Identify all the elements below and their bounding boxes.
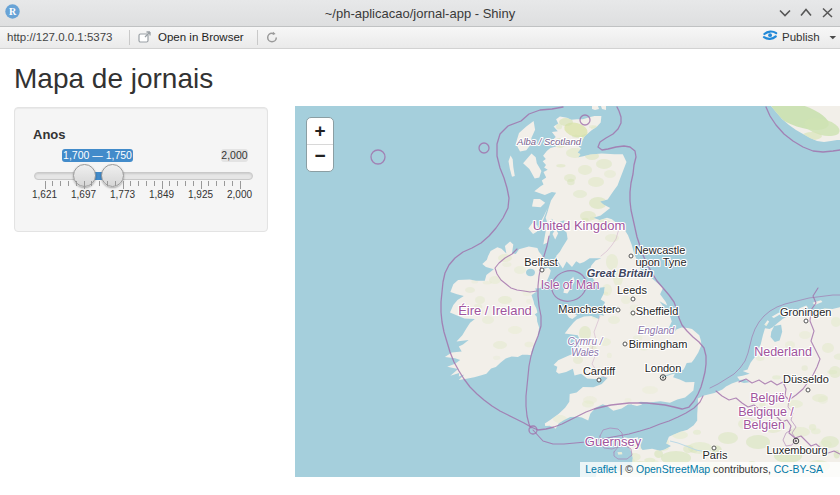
svg-text:Newcastle: Newcastle	[635, 244, 686, 256]
svg-text:Groningen: Groningen	[780, 306, 831, 318]
svg-text:Sheffield: Sheffield	[636, 305, 679, 317]
svg-text:Guernsey: Guernsey	[585, 434, 642, 449]
svg-text:Belfast: Belfast	[524, 256, 558, 268]
svg-text:Cardiff: Cardiff	[583, 365, 616, 377]
svg-text:Great Britain: Great Britain	[587, 267, 654, 279]
svg-text:België /: België /	[750, 391, 792, 405]
svg-text:Luxembourg: Luxembourg	[766, 444, 827, 456]
svg-text:Belgien: Belgien	[743, 418, 785, 432]
svg-text:Alba / Scotland: Alba / Scotland	[516, 136, 582, 147]
svg-text:Leeds: Leeds	[617, 284, 647, 296]
svg-text:Éire / Ireland: Éire / Ireland	[458, 303, 532, 318]
svg-text:England: England	[638, 325, 675, 336]
svg-text:Isle of Man: Isle of Man	[541, 278, 600, 292]
svg-text:Birmingham: Birmingham	[629, 338, 688, 350]
svg-text:R: R	[9, 6, 17, 17]
svg-text:Manchester: Manchester	[558, 303, 616, 315]
svg-text:Düsseldo: Düsseldo	[783, 373, 829, 385]
svg-text:Paris: Paris	[702, 449, 728, 461]
svg-text:Nederland: Nederland	[754, 345, 812, 359]
svg-text:Wales: Wales	[571, 347, 599, 358]
svg-text:upon Tyne: upon Tyne	[635, 256, 686, 268]
svg-text:Belgique /: Belgique /	[738, 405, 794, 419]
svg-text:United Kingdom: United Kingdom	[533, 218, 626, 233]
svg-text:Cymru /: Cymru /	[568, 336, 604, 347]
svg-text:London: London	[645, 362, 682, 374]
